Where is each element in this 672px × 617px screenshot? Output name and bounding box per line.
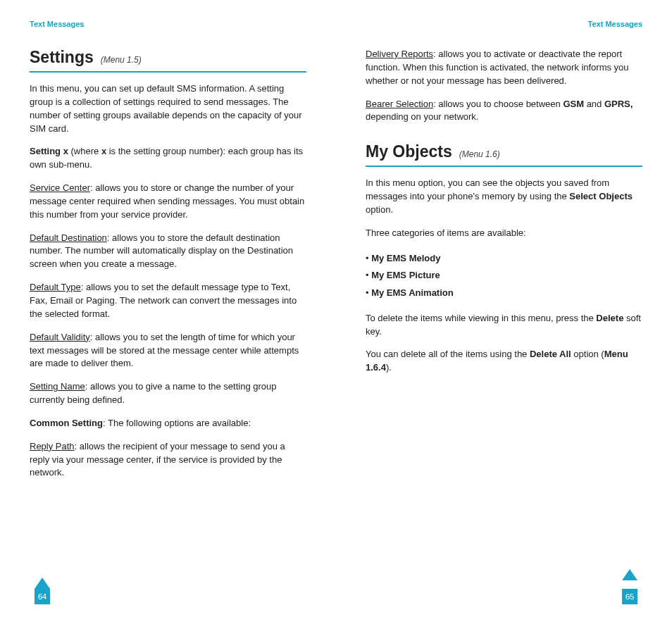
reply-path-paragraph: Reply Path: allows the recipient of your… — [30, 440, 306, 480]
page-left: Text Messages Settings (Menu 1.5) In thi… — [0, 0, 336, 617]
page-spread: Text Messages Settings (Menu 1.5) In thi… — [0, 0, 672, 617]
common-setting-label: Common Setting — [30, 418, 103, 428]
list-item: My EMS Animation — [366, 285, 642, 302]
page-marker-right: 65 — [617, 580, 642, 604]
page-marker-left: 64 — [30, 580, 55, 604]
section-title-my-objects: My Objects — [366, 142, 452, 161]
list-item: My EMS Melody — [366, 250, 642, 268]
delivery-reports-label: Delivery Reports — [366, 49, 433, 59]
running-header-left: Text Messages — [30, 20, 306, 28]
reply-path-label: Reply Path — [30, 441, 75, 451]
my-objects-intro: In this menu option, you can see the obj… — [366, 177, 642, 217]
setting-name-label: Setting Name — [30, 381, 85, 392]
bearer-selection-paragraph: Bearer Selection: allows you to choose b… — [366, 98, 642, 125]
setting-x-paragraph: Setting x (where x is the setting group … — [30, 145, 306, 172]
section-heading-row: Settings (Menu 1.5) — [30, 48, 306, 73]
default-type-label: Default Type — [30, 282, 81, 292]
default-destination-label: Default Destination — [30, 232, 107, 243]
three-categories-line: Three categories of items are available: — [366, 227, 642, 240]
page-number-left: 64 — [35, 589, 50, 604]
triangle-up-icon — [35, 578, 50, 589]
default-validity-label: Default Validity — [30, 332, 90, 342]
common-setting-paragraph: Common Setting: The following options ar… — [30, 417, 306, 430]
section-title-settings: Settings — [30, 48, 94, 67]
delivery-reports-paragraph: Delivery Reports: allows you to activate… — [366, 48, 642, 88]
setting-x-label: Setting x — [30, 146, 68, 156]
list-item: My EMS Picture — [366, 267, 642, 285]
menu-ref-1-5: (Menu 1.5) — [101, 55, 142, 65]
service-center-paragraph: Service Center: allows you to store or c… — [30, 182, 306, 222]
bearer-selection-label: Bearer Selection — [366, 99, 433, 109]
delete-paragraph: To delete the items while viewing in thi… — [366, 312, 642, 339]
delete-all-paragraph: You can delete all of the items using th… — [366, 348, 642, 375]
service-center-label: Service Center — [30, 182, 90, 193]
intro-paragraph: In this menu, you can set up default SMS… — [30, 82, 306, 135]
default-destination-paragraph: Default Destination: allows you to store… — [30, 232, 306, 272]
triangle-down-icon — [622, 569, 637, 580]
default-validity-paragraph: Default Validity: allows you to set the … — [30, 331, 306, 371]
page-right: Text Messages Delivery Reports: allows y… — [336, 0, 672, 617]
page-number-right: 65 — [622, 589, 637, 604]
default-type-paragraph: Default Type: allows you to set the defa… — [30, 281, 306, 321]
setting-name-paragraph: Setting Name: allows you to give a name … — [30, 380, 306, 407]
categories-list: My EMS Melody My EMS Picture My EMS Anim… — [366, 250, 642, 302]
menu-ref-1-6: (Menu 1.6) — [459, 149, 500, 159]
running-header-right: Text Messages — [366, 20, 642, 28]
section-heading-row-2: My Objects (Menu 1.6) — [366, 142, 642, 167]
